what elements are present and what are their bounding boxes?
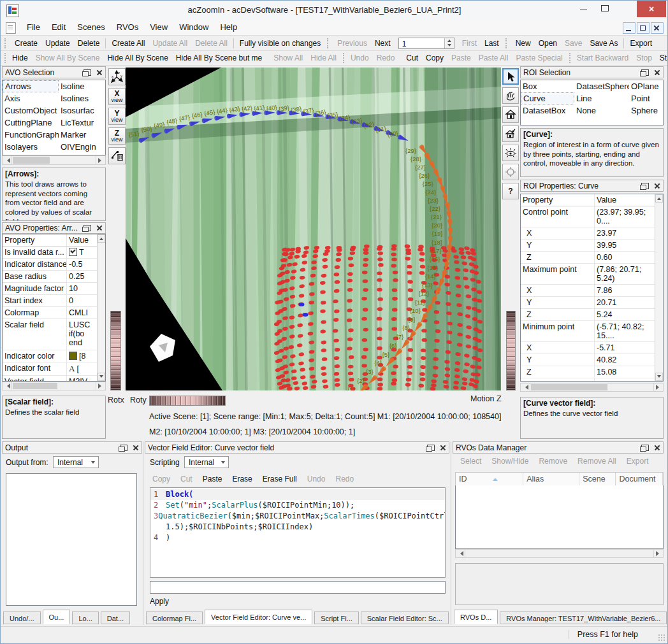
property-row-control-point[interactable]: Control point(23.97; 39.95; 0....: [521, 206, 663, 227]
pointer-tool-button[interactable]: [502, 68, 519, 85]
avo-properties-table[interactable]: PropertyValueIs invalid data r...TIndica…: [2, 234, 106, 382]
toolbar-button-delete[interactable]: Delete: [74, 39, 104, 48]
toolbar-button-hide-all-by-scene[interactable]: Hide All By Scene: [103, 54, 171, 62]
apply-button[interactable]: Apply: [150, 597, 169, 606]
property-row-minimum-point[interactable]: Minimum point(-5.71; 40.82; 15....: [521, 321, 663, 342]
z-view-button[interactable]: Z view: [108, 127, 126, 145]
close-button[interactable]: ×: [637, 1, 666, 17]
avo-selection-list[interactable]: ArrowsIsolineAxisIsolinesCustomObjectIso…: [2, 80, 106, 155]
roi-properties-table[interactable]: PropertyValueControl point(23.97; 39.95;…: [520, 194, 664, 382]
list-item-oivengin[interactable]: OIVEngin: [59, 141, 103, 153]
property-row-x[interactable]: X7.86: [521, 285, 663, 297]
left-rotation-thumbwheel[interactable]: [110, 311, 121, 390]
menu-window[interactable]: Window: [173, 20, 214, 35]
property-row-scalar-field[interactable]: Scalar fieldLUSC if(bo end: [3, 319, 105, 350]
script-input-line[interactable]: [150, 581, 446, 594]
close-panel-icon[interactable]: [96, 225, 103, 231]
list-item-point[interactable]: Point: [629, 92, 661, 104]
y-view-button[interactable]: Y view: [108, 108, 126, 125]
scroll-right-icon[interactable]: [653, 383, 663, 391]
view-all-button[interactable]: [502, 145, 519, 161]
close-panel-icon[interactable]: [440, 445, 446, 451]
close-panel-icon[interactable]: [96, 69, 103, 76]
toolbar-button-hide[interactable]: Hide: [8, 54, 32, 62]
property-row-y[interactable]: Y40.82: [521, 354, 663, 366]
script-editor[interactable]: 1Block(2Set("min";ScalarPlus($ROICIPoint…: [150, 487, 446, 578]
property-row-is-invalid-data-r[interactable]: Is invalid data r...T: [3, 247, 105, 259]
list-item-cuttingplane[interactable]: CuttingPlane: [3, 117, 59, 129]
scroll-left-icon[interactable]: [3, 382, 12, 390]
menu-rvos[interactable]: RVOs: [111, 20, 144, 35]
toolbar-grip[interactable]: [505, 38, 509, 48]
float-panel-icon[interactable]: [641, 445, 649, 451]
viewer-help-button[interactable]: ?: [502, 183, 519, 199]
property-row-indicator-distance[interactable]: Indicator distance-0.5: [3, 259, 105, 271]
column-header-id[interactable]: ID: [456, 473, 523, 485]
toolbar-button-last[interactable]: Last: [481, 39, 503, 48]
toolbar-grip[interactable]: [569, 53, 570, 63]
output-from-dropdown[interactable]: Internal: [53, 456, 99, 468]
list-item-lictextur[interactable]: LicTextur: [59, 117, 103, 129]
menu-button-erase-full[interactable]: Erase Full: [258, 475, 302, 483]
resize-grip[interactable]: [658, 634, 665, 641]
scroll-left-icon[interactable]: [3, 156, 12, 164]
property-row-maximum-point[interactable]: Maximum point(7.86; 20.71; 5.24): [521, 264, 663, 285]
minimize-button[interactable]: [573, 1, 593, 16]
scroll-right-icon[interactable]: [96, 382, 105, 390]
float-panel-icon[interactable]: [641, 69, 649, 76]
axes-view-button[interactable]: zxy: [108, 68, 126, 85]
list-item-axis[interactable]: Axis: [3, 92, 59, 104]
tab-undo[interactable]: Undo/...: [3, 612, 41, 624]
mdi-minimize-button[interactable]: [623, 22, 635, 34]
toolbar-button-fully-visible-on-changes[interactable]: Fully visible on changes: [236, 39, 324, 48]
toolbar-button-cut[interactable]: Cut: [402, 54, 422, 62]
property-row-z[interactable]: Z5.24: [521, 309, 663, 321]
scroll-left-icon[interactable]: [456, 550, 465, 557]
list-item-isosurfac[interactable]: Isosurfac: [59, 104, 103, 117]
property-row-x[interactable]: X-5.71: [521, 342, 663, 354]
menu-scenes[interactable]: Scenes: [71, 20, 110, 35]
list-item-curve[interactable]: Curve: [521, 92, 574, 104]
property-row-y[interactable]: Y39.95: [521, 240, 663, 252]
toolbar-grip[interactable]: [4, 38, 8, 48]
tab-ou[interactable]: Ou...: [43, 610, 71, 624]
tab-rvos-manager-test17-withvariable-bezier6[interactable]: RVOs Manager: TEST17_WithVariable_Bezier…: [500, 612, 667, 624]
checkbox-checked-icon[interactable]: [69, 248, 77, 256]
avo-list-hscrollbar[interactable]: [2, 155, 106, 165]
menu-button-paste[interactable]: Paste: [198, 475, 228, 483]
toolbar-button-save-as[interactable]: Save As: [586, 39, 621, 48]
list-item-datasetbox[interactable]: DatasetBox: [521, 104, 574, 117]
property-row-x[interactable]: X23.97: [521, 227, 663, 240]
roi-table-hscrollbar[interactable]: [520, 383, 664, 392]
scroll-down-icon[interactable]: [655, 373, 663, 381]
property-row-indicator-font[interactable]: Indicator fontA[: [3, 362, 105, 376]
menu-file[interactable]: File: [21, 20, 46, 35]
column-header-scene[interactable]: Scene: [579, 473, 616, 485]
list-item-line[interactable]: Line: [574, 92, 629, 104]
mdi-restore-button[interactable]: [637, 22, 650, 34]
property-row-y[interactable]: Y20.71: [521, 297, 663, 309]
menu-view[interactable]: View: [144, 20, 173, 35]
list-item-oplane[interactable]: OPlane: [629, 80, 661, 92]
property-row-curve-vector-field[interactable]: Curve vector fieldBlock( Set("min";Scala…: [521, 378, 663, 382]
property-row-z[interactable]: Z15.08: [521, 366, 663, 378]
column-header-document[interactable]: Document: [616, 473, 663, 485]
spinner-arrows[interactable]: [444, 38, 454, 48]
float-panel-icon[interactable]: [641, 183, 649, 189]
property-row-indicator-color[interactable]: Indicator color[8: [3, 350, 105, 362]
roi-selection-list[interactable]: BoxDatasetSphereOPlaneCurveLinePointData…: [520, 80, 664, 125]
toolbar-button-open[interactable]: Open: [535, 39, 561, 48]
close-panel-icon[interactable]: [654, 69, 660, 76]
tab-rvos-d[interactable]: RVOs D...: [454, 610, 498, 624]
mdi-close-button[interactable]: [651, 22, 664, 34]
x-view-button[interactable]: X view: [108, 88, 126, 105]
rvos-table-body[interactable]: [455, 485, 664, 549]
scroll-up-icon[interactable]: [98, 234, 105, 243]
float-panel-icon[interactable]: [427, 445, 435, 451]
float-panel-icon[interactable]: [120, 445, 127, 451]
set-home-view-button[interactable]: [502, 125, 519, 142]
float-panel-icon[interactable]: [84, 225, 91, 231]
list-item-box[interactable]: Box: [521, 80, 574, 92]
list-item-customobject[interactable]: CustomObject: [3, 104, 59, 117]
menu-help[interactable]: Help: [214, 20, 243, 35]
